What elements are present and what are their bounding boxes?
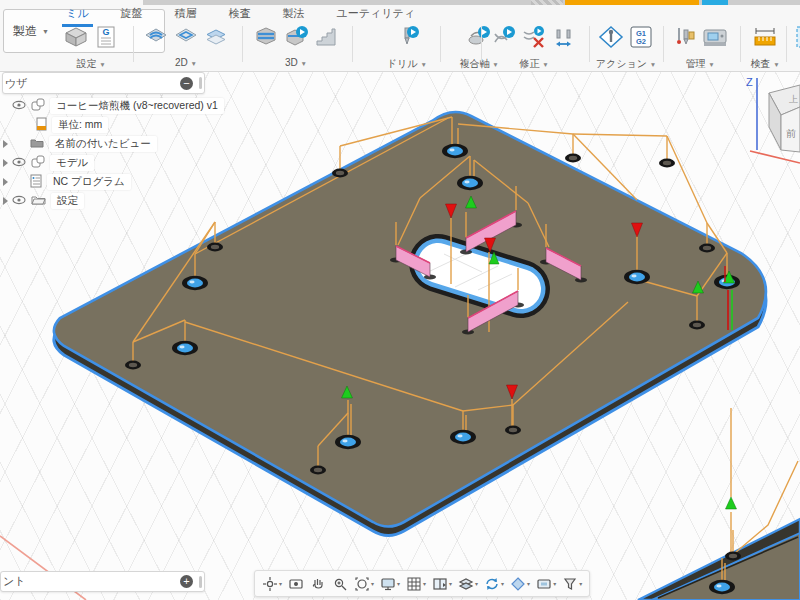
component-icon: [31, 98, 45, 113]
units-label: 単位: mm: [52, 117, 108, 133]
expand-arrow-icon[interactable]: [3, 140, 8, 148]
zoom-icon[interactable]: [330, 575, 350, 593]
viewcube-top-label: 上: [789, 94, 798, 104]
component-icon: [31, 155, 45, 170]
screens-icon[interactable]: ▾: [534, 575, 558, 593]
visual-style-icon[interactable]: ▾: [508, 575, 532, 593]
panel-drag-handle[interactable]: [199, 576, 202, 588]
selection-icon[interactable]: [796, 24, 800, 50]
navigation-toolbar: ▾ ▾ ▾ ▾ ▾ ▾ ▾ ▾ ▾: [254, 570, 590, 597]
comments-title: ント: [3, 574, 180, 589]
comments-panel-header[interactable]: ント +: [0, 571, 205, 592]
fit-icon[interactable]: ▾: [352, 575, 376, 593]
strip-orange-segment: [565, 0, 699, 5]
viewcube[interactable]: Z 前 上: [746, 76, 800, 163]
group-drill: ドリル ▼: [372, 24, 442, 71]
browser-row-model[interactable]: モデル: [0, 153, 224, 172]
group-inspect: 検査 ▼: [742, 24, 788, 71]
svg-text:G: G: [102, 27, 109, 37]
post-process-icon[interactable]: [598, 24, 624, 50]
group-manage: 管理 ▼: [666, 24, 734, 71]
browser-tree: コーヒー焙煎機 (v8~recovered) v1 単位: mm 名前の付いたビ…: [0, 96, 224, 210]
group-setup: G 設定 ▼: [58, 24, 124, 71]
visibility-eye-icon[interactable]: [12, 157, 26, 169]
expand-arrow-icon[interactable]: [3, 178, 8, 186]
setup-icon[interactable]: [63, 24, 89, 50]
workspace-label: 製造: [13, 23, 37, 40]
nc-programs-label: NC プログラム: [47, 174, 131, 190]
layers-icon[interactable]: ▾: [456, 575, 480, 593]
center-opening[interactable]: [428, 254, 521, 290]
browser-row-document[interactable]: コーヒー焙煎機 (v8~recovered) v1: [0, 96, 224, 115]
strip-hatch-segment: [531, 0, 563, 5]
application-window: Z 前 上 製造 ▼ ミル 旋盤 積層 検査 製法 ユーティリティ: [0, 0, 800, 600]
toolbar-ribbon: 製造 ▼ ミル 旋盤 積層 検査 製法 ユーティリティ G 設定 ▼: [0, 0, 800, 72]
trim-toolpath-icon[interactable]: [491, 24, 517, 50]
gcode-setup-icon[interactable]: G: [93, 24, 119, 50]
z-axis-label: Z: [746, 76, 753, 88]
measure-icon[interactable]: [752, 24, 778, 50]
expand-arrow-icon[interactable]: [3, 197, 8, 205]
chevron-down-icon: ▼: [42, 28, 49, 35]
document-name: コーヒー焙煎機 (v8~recovered) v1: [50, 98, 224, 114]
tool-change-icon[interactable]: [551, 24, 577, 50]
display-settings-icon[interactable]: ▾: [378, 575, 402, 593]
model-label: モデル: [50, 155, 94, 171]
viewports-icon[interactable]: ▾: [430, 575, 454, 593]
setups-folder-icon: [31, 194, 46, 207]
svg-text:G2: G2: [636, 37, 646, 46]
collapse-panel-icon[interactable]: −: [180, 77, 193, 90]
pan-icon[interactable]: [308, 575, 328, 593]
group-3d: 3D ▼: [246, 24, 346, 68]
group-2d: 2D ▼: [136, 24, 236, 68]
group-label-2d[interactable]: 2D ▼: [136, 57, 236, 68]
group-select: 選: [789, 24, 800, 71]
delete-toolpath-icon[interactable]: [521, 24, 547, 50]
ramp-icon[interactable]: [313, 24, 339, 50]
named-views-label: 名前の付いたビュー: [49, 136, 157, 152]
group-label-select[interactable]: 選: [789, 57, 800, 71]
expand-panel-icon[interactable]: +: [180, 575, 193, 588]
panel-drag-handle[interactable]: [199, 77, 202, 89]
group-modify: 修正 ▼: [484, 24, 584, 71]
browser-row-nc-programs[interactable]: NC プログラム: [0, 172, 224, 191]
tool-library-icon[interactable]: [672, 24, 698, 50]
grid-snap-icon[interactable]: ▾: [404, 575, 428, 593]
browser-row-setups[interactable]: 設定: [0, 191, 224, 210]
face-icon[interactable]: [203, 24, 229, 50]
viewcube-front-label: 前: [786, 128, 796, 139]
filter-icon[interactable]: ▾: [560, 575, 584, 593]
visibility-eye-icon[interactable]: [12, 195, 26, 207]
group-label-actions[interactable]: アクション ▼: [592, 57, 660, 71]
browser-panel-header[interactable]: ウザ −: [2, 72, 205, 94]
strip-blue-segment: [702, 0, 728, 5]
group-label-manage[interactable]: 管理 ▼: [666, 57, 734, 71]
machine-library-icon[interactable]: [702, 24, 728, 50]
group-label-setup[interactable]: 設定 ▼: [58, 57, 124, 71]
pocket-2d-icon[interactable]: [173, 24, 199, 50]
expand-arrow-icon[interactable]: [3, 159, 8, 167]
named-views-folder-icon: [30, 137, 44, 150]
steep-shallow-3d-icon[interactable]: [283, 24, 309, 50]
look-at-icon[interactable]: [286, 575, 306, 593]
window-top-strip: [143, 0, 800, 5]
drill-icon[interactable]: [394, 24, 420, 50]
browser-row-named-views[interactable]: 名前の付いたビュー: [0, 134, 224, 153]
group-label-drill[interactable]: ドリル ▼: [372, 57, 442, 71]
group-label-modify[interactable]: 修正 ▼: [484, 57, 584, 71]
visibility-eye-icon[interactable]: [12, 100, 26, 112]
sync-icon[interactable]: ▾: [482, 575, 506, 593]
group-label-3d[interactable]: 3D ▼: [246, 57, 346, 68]
adaptive-3d-icon[interactable]: [253, 24, 279, 50]
group-actions: G1G2 アクション ▼: [592, 24, 660, 71]
g1g2-simulate-icon[interactable]: G1G2: [628, 24, 654, 50]
setups-label: 設定: [51, 193, 84, 209]
adaptive-2d-icon[interactable]: [143, 24, 169, 50]
orbit-icon[interactable]: ▾: [260, 575, 284, 593]
units-document-icon: [36, 117, 47, 133]
group-label-inspect[interactable]: 検査 ▼: [742, 57, 788, 71]
nc-program-icon: [30, 174, 42, 190]
browser-row-units[interactable]: 単位: mm: [0, 115, 224, 134]
browser-title: ウザ: [5, 76, 180, 91]
